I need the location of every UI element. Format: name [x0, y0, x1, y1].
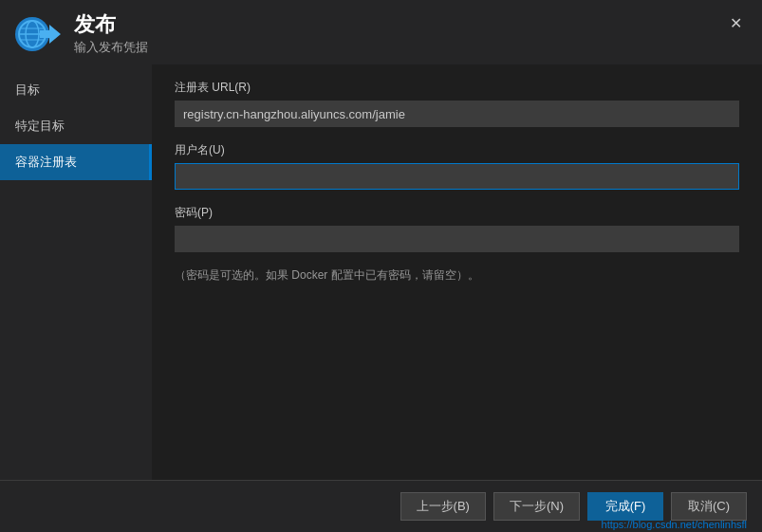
cancel-button[interactable]: 取消(C) [671, 492, 747, 521]
sidebar-item-target[interactable]: 目标 [0, 72, 152, 108]
footer: 上一步(B) 下一步(N) 完成(F) 取消(C) https://blog.c… [0, 480, 762, 532]
sidebar: 目标 特定目标 容器注册表 [0, 64, 152, 480]
password-group: 密码(P) [175, 205, 739, 252]
close-button[interactable]: ✕ [724, 11, 747, 34]
password-input[interactable] [175, 226, 739, 252]
username-label: 用户名(U) [175, 142, 739, 158]
finish-button[interactable]: 完成(F) [587, 492, 663, 521]
password-label: 密码(P) [175, 205, 739, 221]
sidebar-item-specific-target[interactable]: 特定目标 [0, 108, 152, 144]
hint-text: （密码是可选的。如果 Docker 配置中已有密码，请留空）。 [175, 267, 739, 284]
title-left: 发布 输入发布凭据 [15, 11, 148, 57]
sidebar-item-container-registry[interactable]: 容器注册表 [0, 144, 152, 180]
registry-url-input[interactable] [175, 101, 739, 127]
registry-url-label: 注册表 URL(R) [175, 80, 739, 96]
registry-url-group: 注册表 URL(R) [175, 80, 739, 127]
globe-icon [15, 11, 61, 57]
title-bar: 发布 输入发布凭据 ✕ [0, 0, 762, 64]
title-text: 发布 输入发布凭据 [74, 12, 148, 56]
prev-button[interactable]: 上一步(B) [400, 492, 486, 521]
username-input[interactable] [175, 163, 739, 190]
username-group: 用户名(U) [175, 142, 739, 190]
dialog-subtitle: 输入发布凭据 [74, 39, 148, 56]
form-content: 注册表 URL(R) 用户名(U) 密码(P) （密码是可选的。如果 Docke… [152, 64, 762, 480]
watermark: https://blog.csdn.net/chenlinhsfl [602, 519, 747, 530]
dialog-title: 发布 [74, 12, 148, 37]
next-button[interactable]: 下一步(N) [493, 492, 580, 521]
publish-dialog: 发布 输入发布凭据 ✕ 目标 特定目标 容器注册表 注册表 URL(R) [0, 0, 762, 532]
content-area: 目标 特定目标 容器注册表 注册表 URL(R) 用户名(U) 密码(P) [0, 64, 762, 480]
